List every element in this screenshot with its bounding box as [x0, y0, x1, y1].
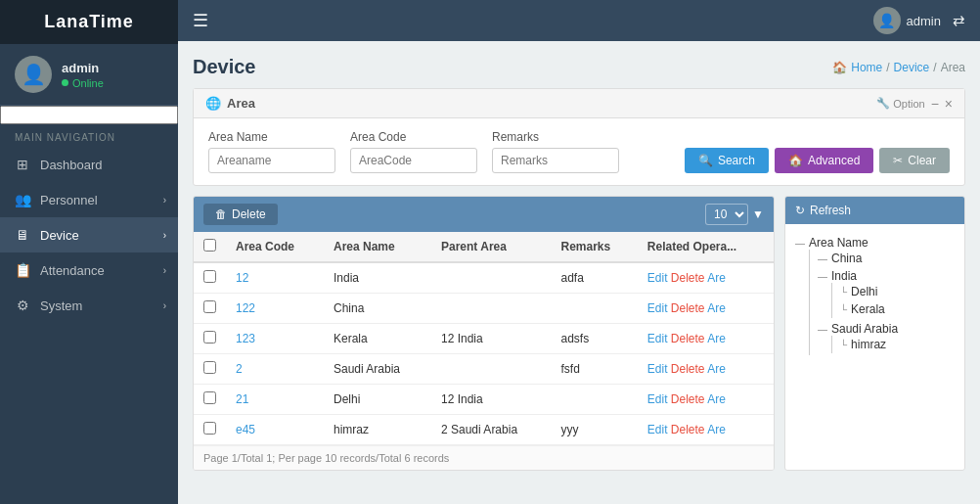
search-icon: 🔍 [698, 154, 713, 167]
page-size-dropdown[interactable]: 10 25 50 [705, 204, 748, 225]
share-icon[interactable]: ⇄ [953, 12, 965, 29]
tree-leaf-label[interactable]: Delhi [851, 285, 877, 298]
row-select-checkbox[interactable] [203, 331, 216, 344]
area-code-link[interactable]: 2 [236, 362, 243, 376]
row-checkbox [194, 385, 226, 415]
breadcrumb-sep1: / [886, 61, 889, 74]
clear-button[interactable]: ✂ Clear [879, 148, 950, 173]
select-all-checkbox[interactable] [203, 239, 216, 252]
nav-label: MAIN NAVIGATION [0, 124, 178, 147]
cell-area-code: 2 [226, 354, 324, 385]
remarks-field-group: Remarks [492, 130, 619, 173]
row-checkbox [194, 294, 226, 324]
topbar: ☰ 👤 admin ⇄ [178, 0, 980, 41]
cell-area-name: India [324, 262, 431, 294]
sidebar-item-attendance[interactable]: 📋 Attendance › [0, 252, 178, 288]
search-panel: 🌐 Area 🔧 Option − × Area Name [193, 88, 965, 186]
area-code-link[interactable]: 122 [236, 301, 255, 315]
tree-panel: ↻ Refresh — Area Name — China — India └ … [784, 196, 965, 471]
chevron-right-icon: › [163, 230, 166, 241]
edit-link[interactable]: Edit [647, 271, 668, 285]
area-link[interactable]: Are [707, 362, 726, 376]
row-select-checkbox[interactable] [203, 270, 216, 283]
sidebar: LanaTime 👤 admin Online MAIN NAVIGATION … [0, 0, 178, 504]
data-table: Area Code Area Name Parent Area Remarks … [194, 232, 774, 445]
tree-node-label[interactable]: India [831, 269, 857, 283]
area-name-input[interactable] [208, 148, 335, 173]
remarks-input[interactable] [492, 148, 619, 173]
delete-link[interactable]: Delete [671, 271, 705, 285]
cell-area-code: 123 [226, 324, 324, 354]
tree-node-children: └ Delhi └ Kerala [831, 283, 955, 318]
row-select-checkbox[interactable] [203, 300, 216, 313]
sidebar-search-input[interactable] [0, 106, 178, 124]
row-select-checkbox[interactable] [203, 361, 216, 374]
col-parent-area: Parent Area [431, 232, 552, 262]
wrench-icon: 🔧 [876, 97, 890, 110]
edit-link[interactable]: Edit [647, 301, 668, 315]
tree-leaf-label[interactable]: China [831, 252, 862, 265]
option-button[interactable]: 🔧 Option [876, 97, 924, 111]
hamburger-menu-icon[interactable]: ☰ [193, 10, 208, 31]
tree-leaf-label[interactable]: Kerala [851, 302, 885, 316]
sidebar-item-system[interactable]: ⚙ System › [0, 288, 178, 323]
area-code-link[interactable]: 21 [236, 392, 248, 406]
app-logo: LanaTime [0, 0, 178, 44]
area-link[interactable]: Are [707, 332, 726, 345]
cell-parent-area [431, 294, 552, 324]
sidebar-item-dashboard[interactable]: ⊞ Dashboard [0, 147, 178, 182]
breadcrumb-device[interactable]: Device [894, 61, 930, 74]
table-body: 12 India adfa Edit Delete Are 122 China … [194, 262, 774, 445]
sidebar-item-label: Dashboard [40, 158, 103, 172]
breadcrumb-home[interactable]: Home [851, 61, 882, 74]
device-icon: 🖥 [15, 227, 30, 243]
cell-area-name: Delhi [324, 385, 431, 415]
sidebar-item-device[interactable]: 🖥 Device › [0, 217, 178, 252]
col-area-code: Area Code [226, 232, 324, 262]
edit-link[interactable]: Edit [647, 392, 668, 406]
area-code-link[interactable]: 12 [236, 271, 248, 285]
area-link[interactable]: Are [707, 301, 726, 315]
row-select-checkbox[interactable] [203, 391, 216, 404]
tree-node-icon: — [818, 271, 827, 282]
row-select-checkbox[interactable] [203, 422, 216, 435]
area-code-link[interactable]: e45 [236, 423, 255, 436]
area-link[interactable]: Are [707, 271, 726, 285]
page-title: Device [193, 56, 256, 78]
cell-area-code: 122 [226, 294, 324, 324]
cell-parent-area: 2 Saudi Arabia [431, 415, 552, 445]
table-toolbar: 🗑 Delete 10 25 50 ▼ [194, 197, 774, 232]
main-content: ☰ 👤 admin ⇄ Device 🏠 Home / Device / Are… [178, 0, 980, 504]
edit-link[interactable]: Edit [647, 362, 668, 376]
breadcrumb-area: Area [941, 61, 965, 74]
edit-link[interactable]: Edit [647, 423, 668, 436]
search-button[interactable]: 🔍 Search [685, 148, 769, 173]
area-link[interactable]: Are [707, 423, 726, 436]
delete-link[interactable]: Delete [671, 392, 705, 406]
edit-link[interactable]: Edit [647, 332, 668, 345]
tree-content: — Area Name — China — India └ Delhi └ Ke… [785, 224, 964, 470]
sidebar-item-personnel[interactable]: 👥 Personnel › [0, 182, 178, 217]
delete-link[interactable]: Delete [671, 423, 705, 436]
personnel-icon: 👥 [15, 192, 30, 207]
cell-parent-area [431, 262, 552, 294]
area-code-field-group: Area Code [350, 130, 477, 173]
tree-children: — China — India └ Delhi └ Kerala — Saudi… [809, 250, 955, 355]
delete-link[interactable]: Delete [671, 301, 705, 315]
tree-leaf-label[interactable]: himraz [851, 338, 886, 351]
search-panel-header: 🌐 Area 🔧 Option − × [194, 89, 964, 118]
area-code-link[interactable]: 123 [236, 332, 255, 345]
delete-link[interactable]: Delete [671, 362, 705, 376]
area-link[interactable]: Are [707, 392, 726, 406]
minimize-button[interactable]: − [931, 97, 939, 111]
globe-icon: 🌐 [205, 96, 221, 111]
cell-parent-area: 12 India [431, 385, 552, 415]
advanced-button[interactable]: 🏠 Advanced [775, 148, 873, 173]
chevron-right-icon: › [163, 300, 166, 311]
tree-node-label[interactable]: Saudi Arabia [831, 322, 898, 336]
close-button[interactable]: × [945, 97, 953, 111]
refresh-button[interactable]: ↻ Refresh [795, 204, 851, 217]
delete-button[interactable]: 🗑 Delete [203, 204, 278, 225]
area-code-input[interactable] [350, 148, 477, 173]
delete-link[interactable]: Delete [671, 332, 705, 345]
